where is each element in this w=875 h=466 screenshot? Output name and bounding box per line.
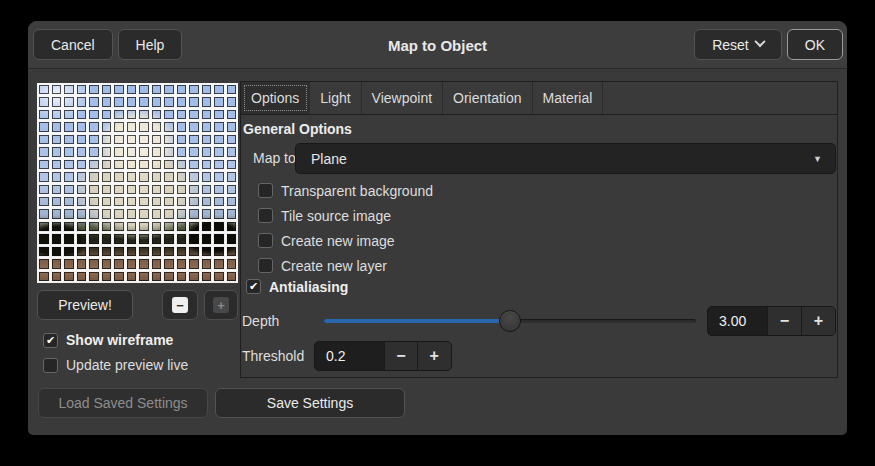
preview-button[interactable]: Preview!: [37, 290, 133, 320]
wireframe-cell: [52, 222, 62, 231]
checkbox-row-create-new-layer[interactable]: Create new layer: [258, 253, 433, 278]
wireframe-cell: [114, 247, 124, 256]
wireframe-cell: [127, 110, 137, 119]
checkbox-row-tile-source-image[interactable]: Tile source image: [258, 203, 433, 228]
antialiasing-checkbox[interactable]: ✔: [246, 279, 261, 294]
wireframe-cell: [39, 247, 49, 256]
show-wireframe-row[interactable]: ✔ Show wireframe: [43, 332, 173, 348]
wireframe-cell: [127, 122, 137, 131]
wireframe-cell: [214, 110, 224, 119]
depth-slider[interactable]: [324, 306, 696, 336]
wireframe-cell: [77, 147, 87, 156]
wireframe-cell: [64, 97, 74, 106]
wireframe-cell: [139, 122, 149, 131]
zoom-out-button[interactable]: −: [162, 290, 198, 320]
wireframe-cell: [202, 122, 212, 131]
wireframe-cell: [202, 110, 212, 119]
threshold-decrement-button[interactable]: −: [384, 342, 416, 370]
wireframe-cell: [164, 122, 174, 131]
wireframe-cell: [214, 247, 224, 256]
threshold-label: Threshold: [242, 341, 304, 371]
wireframe-cell: [177, 147, 187, 156]
zoom-in-button[interactable]: +: [204, 290, 238, 320]
show-wireframe-checkbox[interactable]: ✔: [43, 333, 58, 348]
zoom-in-icon: +: [213, 297, 229, 313]
wireframe-cell: [189, 222, 199, 231]
checkbox[interactable]: [258, 258, 273, 273]
wireframe-cell: [77, 272, 87, 281]
wireframe-cell: [189, 85, 199, 94]
tab-label: Options: [251, 90, 299, 106]
wireframe-cell: [89, 160, 99, 169]
wireframe-cell: [177, 222, 187, 231]
wireframe-cell: [127, 222, 137, 231]
depth-decrement-button[interactable]: −: [767, 307, 800, 335]
wireframe-cell: [77, 222, 87, 231]
wireframe-cell: [114, 234, 124, 243]
wireframe-cell: [189, 147, 199, 156]
threshold-increment-button[interactable]: +: [417, 342, 451, 370]
wireframe-cell: [202, 247, 212, 256]
checkbox-row-create-new-image[interactable]: Create new image: [258, 228, 433, 253]
update-preview-live-row[interactable]: Update preview live: [43, 357, 188, 373]
wireframe-cell: [77, 234, 87, 243]
checkbox-label: Transparent background: [281, 183, 433, 199]
wireframe-cell: [227, 185, 237, 194]
wireframe-cell: [227, 147, 237, 156]
wireframe-cell: [164, 172, 174, 181]
depth-label: Depth: [242, 306, 279, 336]
wireframe-cell: [102, 185, 112, 194]
wireframe-cell: [202, 160, 212, 169]
wireframe-cell: [214, 272, 224, 281]
wireframe-cell: [89, 110, 99, 119]
ok-button[interactable]: OK: [787, 29, 843, 60]
tab-viewpoint[interactable]: Viewpoint: [362, 82, 443, 114]
wireframe-cell: [202, 222, 212, 231]
wireframe-cell: [77, 97, 87, 106]
tab-label: Viewpoint: [372, 90, 432, 106]
checkbox[interactable]: [258, 233, 273, 248]
depth-value[interactable]: 3.00: [708, 307, 767, 335]
tab-light[interactable]: Light: [310, 82, 361, 114]
wireframe-cell: [114, 85, 124, 94]
depth-increment-button[interactable]: +: [801, 307, 835, 335]
tab-options[interactable]: Options: [241, 82, 310, 114]
wireframe-cell: [177, 247, 187, 256]
wireframe-cell: [52, 160, 62, 169]
wireframe-cell: [89, 234, 99, 243]
wireframe-cell: [152, 272, 162, 281]
wireframe-cell: [114, 172, 124, 181]
wireframe-cell: [189, 259, 199, 268]
wireframe-cell: [39, 209, 49, 218]
checkbox-row-transparent-background[interactable]: Transparent background: [258, 178, 433, 203]
wireframe-cell: [114, 222, 124, 231]
tab-material[interactable]: Material: [533, 82, 604, 114]
reset-button[interactable]: Reset: [694, 29, 782, 60]
wireframe-cell: [64, 172, 74, 181]
wireframe-cell: [202, 272, 212, 281]
save-settings-button[interactable]: Save Settings: [215, 388, 405, 418]
wireframe-cell: [102, 135, 112, 144]
checkbox-label: Create new image: [281, 233, 395, 249]
tab-orientation[interactable]: Orientation: [443, 82, 532, 114]
update-preview-live-checkbox[interactable]: [43, 358, 58, 373]
map-to-dropdown[interactable]: Plane ▼: [295, 143, 836, 174]
wireframe-cell: [114, 272, 124, 281]
wireframe-cell: [77, 209, 87, 218]
checkbox[interactable]: [258, 183, 273, 198]
checkbox[interactable]: [258, 208, 273, 223]
depth-slider-handle[interactable]: [499, 310, 521, 332]
preview-image[interactable]: [37, 83, 238, 283]
wireframe-cell: [102, 160, 112, 169]
map-to-object-dialog: Cancel Help Map to Object Reset OK Previ…: [28, 21, 847, 435]
wireframe-cell: [127, 259, 137, 268]
wireframe-cell: [214, 185, 224, 194]
antialiasing-row[interactable]: ✔ Antialiasing: [246, 278, 348, 295]
threshold-value[interactable]: 0.2: [315, 342, 384, 370]
zoom-out-icon: −: [172, 297, 188, 313]
load-saved-settings-button[interactable]: Load Saved Settings: [38, 388, 208, 418]
wireframe-cell: [89, 135, 99, 144]
wireframe-cell: [177, 234, 187, 243]
wireframe-cell: [164, 222, 174, 231]
wireframe-cell: [227, 97, 237, 106]
